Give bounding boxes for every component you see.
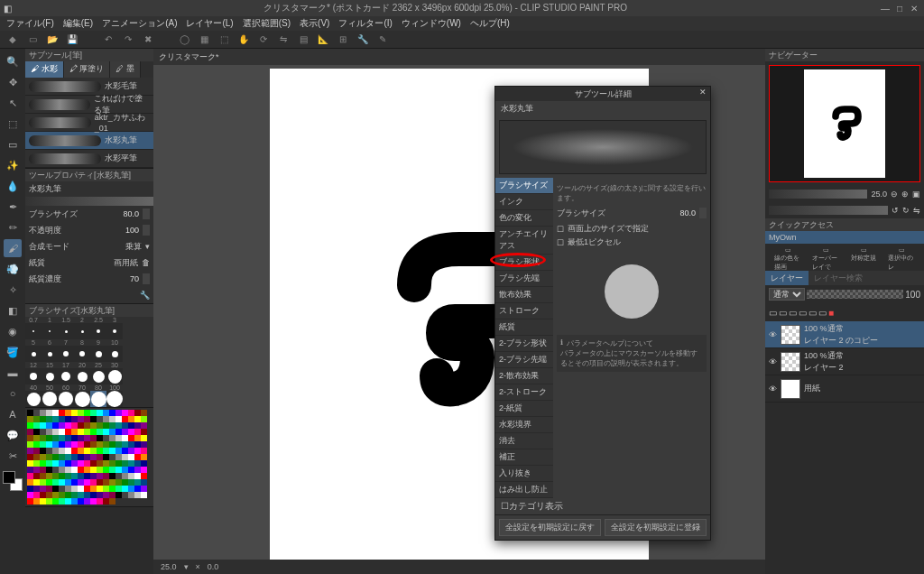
color-swatch[interactable]	[33, 479, 40, 486]
color-swatch[interactable]	[46, 435, 52, 441]
color-swatch[interactable]	[128, 473, 134, 479]
color-swatch[interactable]	[46, 467, 52, 473]
color-swatch[interactable]	[78, 479, 84, 486]
color-swatch[interactable]	[33, 460, 40, 467]
size-cell[interactable]	[42, 346, 58, 362]
color-swatch[interactable]	[134, 410, 141, 416]
color-swatch[interactable]	[97, 467, 103, 473]
color-swatch[interactable]	[59, 429, 65, 435]
color-swatch[interactable]	[97, 492, 103, 498]
size-cell[interactable]	[90, 346, 106, 362]
size-cell[interactable]	[58, 346, 74, 362]
color-swatch[interactable]	[40, 479, 46, 486]
color-swatch[interactable]	[134, 492, 141, 498]
color-swatch[interactable]	[71, 492, 78, 498]
close-button[interactable]: ✕	[908, 4, 920, 14]
color-swatch[interactable]	[78, 416, 84, 422]
rotate-icon[interactable]: ⟳	[256, 32, 271, 47]
size-cell[interactable]	[25, 368, 42, 384]
color-swatch[interactable]	[103, 460, 109, 467]
color-swatch[interactable]	[103, 448, 109, 454]
size-value[interactable]: 80.0	[110, 209, 139, 218]
popup-category[interactable]: アンチエイリアス	[495, 227, 553, 255]
color-swatch[interactable]	[103, 492, 109, 498]
popup-category[interactable]: 補正	[495, 449, 553, 466]
color-swatch[interactable]	[52, 479, 59, 486]
color-swatch[interactable]	[33, 486, 40, 492]
select-icon[interactable]: ◯	[177, 32, 191, 47]
popup-size-value[interactable]: 80.0	[667, 208, 696, 218]
layer-tab[interactable]: レイヤー	[765, 271, 808, 285]
size-cell[interactable]	[25, 391, 42, 407]
color-swatch[interactable]	[109, 498, 116, 505]
popup-category[interactable]: インク	[495, 194, 553, 210]
color-swatch[interactable]	[52, 441, 59, 448]
color-swatch[interactable]	[40, 460, 46, 467]
color-swatch[interactable]	[141, 492, 147, 498]
color-swatch[interactable]	[97, 416, 103, 422]
brush-row[interactable]: 水彩丸筆	[25, 132, 153, 150]
color-swatch[interactable]	[109, 460, 116, 467]
airbrush-tool[interactable]: 💨	[4, 260, 22, 278]
color-swatch[interactable]	[134, 435, 141, 441]
color-swatch[interactable]	[97, 448, 103, 454]
color-swatch[interactable]	[27, 473, 33, 479]
color-swatch[interactable]	[116, 441, 122, 448]
snap-icon[interactable]: ⊞	[336, 32, 350, 47]
color-swatch[interactable]	[27, 486, 33, 492]
color-swatch[interactable]	[65, 460, 71, 467]
color-swatch[interactable]	[46, 422, 52, 429]
color-swatch[interactable]	[103, 467, 109, 473]
color-swatch[interactable]	[71, 429, 78, 435]
size-cell[interactable]	[74, 391, 90, 407]
maximize-button[interactable]: □	[893, 4, 906, 14]
hand-icon[interactable]: ✋	[236, 32, 251, 47]
color-swatch[interactable]	[46, 410, 52, 416]
color-swatch[interactable]	[109, 492, 116, 498]
color-swatch[interactable]	[141, 422, 147, 429]
texdens-spinner[interactable]	[143, 273, 150, 284]
color-swatch[interactable]	[65, 422, 71, 429]
color-swatch[interactable]	[103, 441, 109, 448]
color-swatch[interactable]	[103, 473, 109, 479]
color-swatch[interactable]	[78, 448, 84, 454]
mask-icon[interactable]: ▭	[808, 308, 817, 318]
color-swatch[interactable]	[78, 454, 84, 460]
color-swatch[interactable]	[109, 429, 116, 435]
color-swatch[interactable]	[27, 448, 33, 454]
color-swatch[interactable]	[40, 473, 46, 479]
ref-icon[interactable]: ▭	[789, 308, 797, 318]
color-swatch[interactable]	[141, 435, 147, 441]
color-swatch[interactable]	[27, 498, 33, 505]
color-swatch[interactable]	[128, 479, 134, 486]
color-swatch[interactable]	[71, 460, 78, 467]
color-swatch[interactable]	[90, 422, 97, 429]
color-swatch[interactable]	[52, 454, 59, 460]
color-swatch[interactable]	[27, 479, 33, 486]
color-swatch[interactable]	[122, 410, 128, 416]
blend-value[interactable]: 乗算	[125, 241, 142, 253]
color-swatch[interactable]	[90, 479, 97, 486]
color-swatch[interactable]	[71, 441, 78, 448]
color-swatch[interactable]	[27, 422, 33, 429]
color-swatch[interactable]	[97, 441, 103, 448]
popup-category[interactable]: 2-ブラシ先端	[495, 352, 553, 368]
zoom-dropdown-icon[interactable]: ▾	[184, 562, 189, 571]
reset-button[interactable]: 全設定を初期設定に戻す	[499, 519, 601, 536]
color-swatch[interactable]	[27, 435, 33, 441]
color-swatch[interactable]	[40, 410, 46, 416]
color-swatch[interactable]	[97, 473, 103, 479]
redo-icon[interactable]: ↷	[121, 32, 135, 47]
color-swatch[interactable]	[40, 486, 46, 492]
fit-icon[interactable]: ▣	[912, 190, 920, 199]
color-swatch[interactable]	[103, 410, 109, 416]
color-swatch[interactable]	[116, 410, 122, 416]
popup-category[interactable]: ブラシサイズ	[495, 178, 553, 194]
operation-tool[interactable]: ↖	[4, 94, 22, 112]
color-swatch[interactable]	[90, 486, 97, 492]
color-swatch[interactable]	[84, 441, 90, 448]
color-swatch[interactable]	[71, 467, 78, 473]
color-swatch[interactable]	[128, 416, 134, 422]
color-swatch[interactable]	[40, 441, 46, 448]
color-swatch[interactable]	[116, 429, 122, 435]
